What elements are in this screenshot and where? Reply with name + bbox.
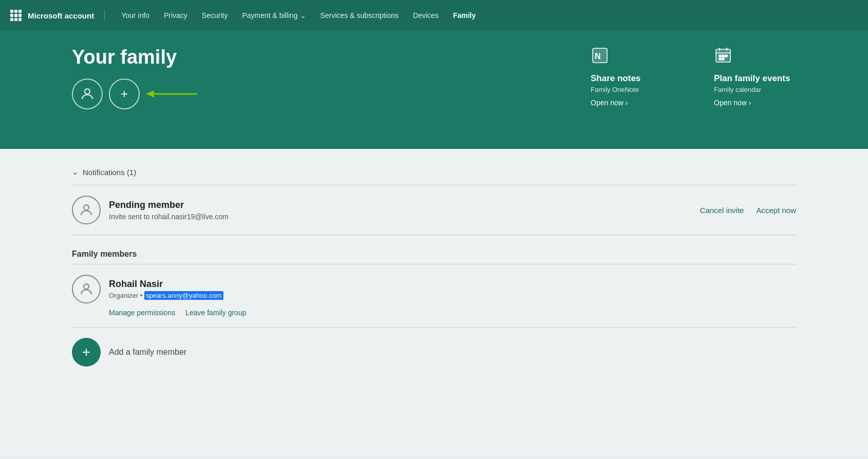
nav-services-subscriptions[interactable]: Services & subscriptions <box>314 8 405 23</box>
chevron-down-icon-notifications: ⌄ <box>72 167 79 177</box>
plan-events-link[interactable]: Open now › <box>714 99 796 107</box>
share-notes-link[interactable]: Open now › <box>591 99 673 107</box>
chevron-right-icon-2: › <box>749 99 751 107</box>
nav-security[interactable]: Security <box>196 8 234 23</box>
page-title: Your family <box>72 46 591 68</box>
cancel-invite-link[interactable]: Cancel invite <box>700 206 744 215</box>
rohail-name: Rohail Nasir <box>109 279 796 290</box>
hero-section: Your family + <box>0 31 868 149</box>
family-member-top: Rohail Nasir Organizer • spears.anny@yah… <box>72 275 796 303</box>
pending-member-email: Invite sent to rohail.nasir19@live.com <box>109 213 692 221</box>
share-notes-title: Share notes <box>591 73 673 84</box>
nav-devices[interactable]: Devices <box>407 8 445 23</box>
rohail-avatar <box>72 275 101 303</box>
nav-links: Your info Privacy Security Payment & bil… <box>115 8 858 23</box>
chevron-down-icon: ⌄ <box>300 11 306 20</box>
pending-member-actions: Cancel invite Accept now <box>700 206 796 215</box>
svg-rect-9 <box>719 55 721 57</box>
family-member-row: Rohail Nasir Organizer • spears.anny@yah… <box>72 264 796 328</box>
manage-permissions-link[interactable]: Manage permissions <box>109 309 175 317</box>
rohail-details: Rohail Nasir Organizer • spears.anny@yah… <box>109 279 796 299</box>
svg-text:N: N <box>595 52 601 61</box>
svg-point-14 <box>84 205 89 210</box>
svg-point-15 <box>84 284 89 289</box>
grid-icon <box>10 10 22 21</box>
main-content: ⌄ Notifications (1) Pending member Invit… <box>0 149 868 457</box>
feature-share-notes: N Share notes Family OneNote Open now › <box>591 46 673 107</box>
hero-left: Your family + <box>72 46 591 109</box>
feature-plan-events: Plan family events Family calendar Open … <box>714 46 796 107</box>
rohail-email: spears.anny@yahoo.com <box>144 291 223 300</box>
navbar: Microsoft account Your info Privacy Secu… <box>0 0 868 31</box>
calendar-icon <box>714 46 796 68</box>
pending-member-avatar <box>72 196 101 224</box>
add-member-label: Add a family member <box>109 348 186 357</box>
arrow-indicator <box>146 89 207 99</box>
add-member-avatar-button[interactable]: + <box>109 79 140 109</box>
plus-icon: + <box>82 344 90 360</box>
family-member-actions: Manage permissions Leave family group <box>109 309 796 317</box>
hero-features: N Share notes Family OneNote Open now › <box>591 46 796 107</box>
leave-family-group-link[interactable]: Leave family group <box>185 309 246 317</box>
plan-events-title: Plan family events <box>714 73 796 84</box>
brand: Microsoft account <box>10 10 105 21</box>
onenote-icon: N <box>591 46 673 68</box>
nav-privacy[interactable]: Privacy <box>158 8 194 23</box>
pending-member-name: Pending member <box>109 200 692 211</box>
brand-name: Microsoft account <box>28 11 94 20</box>
nav-your-info[interactable]: Your info <box>115 8 156 23</box>
add-member-row[interactable]: + Add a family member <box>72 328 796 377</box>
rohail-role: Organizer • spears.anny@yahoo.com <box>109 292 796 299</box>
hero-avatars: + <box>72 79 591 109</box>
svg-rect-11 <box>725 55 727 57</box>
current-user-avatar <box>72 79 103 109</box>
notifications-toggle[interactable]: ⌄ Notifications (1) <box>72 159 796 185</box>
family-members-title: Family members <box>72 250 796 259</box>
plan-events-subtitle: Family calendar <box>714 86 796 93</box>
chevron-right-icon: › <box>626 99 628 107</box>
add-member-button[interactable]: + <box>72 338 101 367</box>
svg-rect-13 <box>722 58 724 60</box>
svg-point-0 <box>85 89 90 94</box>
pending-member-info: Pending member Invite sent to rohail.nas… <box>109 200 692 221</box>
svg-rect-12 <box>719 58 721 60</box>
svg-rect-10 <box>722 55 724 57</box>
notifications-label: Notifications (1) <box>83 168 136 177</box>
nav-payment-billing[interactable]: Payment & billing ⌄ <box>236 8 312 23</box>
share-notes-subtitle: Family OneNote <box>591 86 673 93</box>
nav-family[interactable]: Family <box>447 8 482 23</box>
accept-now-link[interactable]: Accept now <box>756 206 796 215</box>
svg-marker-2 <box>146 90 154 98</box>
pending-member-card: Pending member Invite sent to rohail.nas… <box>72 185 796 235</box>
